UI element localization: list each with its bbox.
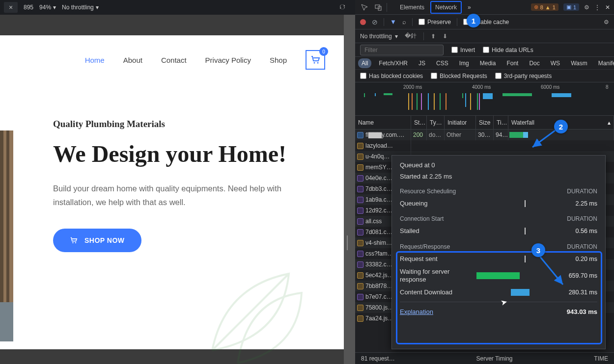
annotation-badge-3: 3 — [531, 243, 545, 257]
invert-checkbox[interactable]: Invert — [451, 47, 475, 53]
nav-home[interactable]: Home — [85, 56, 105, 64]
chip-doc[interactable]: Doc — [526, 58, 543, 68]
chip-css[interactable]: CSS — [433, 58, 452, 68]
shop-now-button[interactable]: SHOP NOW — [53, 229, 141, 252]
more-tabs-icon[interactable]: » — [465, 4, 474, 11]
thirdparty-checkbox[interactable]: 3rd-party requests — [495, 73, 552, 79]
search-icon[interactable]: ⌕ — [402, 18, 406, 26]
cart-icon — [70, 237, 78, 244]
close-tab-icon[interactable]: × — [4, 2, 18, 13]
explanation-link[interactable]: Explanation — [400, 308, 433, 315]
cart-count-badge: 0 — [319, 47, 328, 56]
nav-contact[interactable]: Contact — [161, 56, 187, 64]
col-initiator[interactable]: Initiator — [445, 116, 476, 129]
nav-shop[interactable]: Shop — [270, 56, 287, 64]
chip-fetch[interactable]: Fetch/XHR — [375, 58, 411, 68]
close-devtools-icon[interactable]: ✕ — [605, 4, 610, 11]
network-table-header: Name St… Ty… Initiator Size Ti… Waterfal… — [355, 116, 614, 130]
filter-input[interactable] — [360, 45, 444, 55]
chip-wasm[interactable]: Wasm — [567, 58, 591, 68]
type-filter-row: All Fetch/XHR JS CSS Img Media Font Doc … — [355, 57, 614, 70]
svg-point-2 — [72, 242, 73, 243]
time-label: TIME — [594, 355, 608, 362]
throttle-select[interactable]: No throttling▾ — [62, 4, 99, 11]
total-time: 943.03 ms — [567, 308, 597, 315]
started-text: Started at 2.25 ms — [400, 173, 452, 180]
website-page: Home About Contact Privacy Policy Shop 0 — [0, 35, 344, 349]
pane-resize-handle[interactable] — [347, 235, 350, 250]
page-preview-pane: × 895 94%▾ No throttling▾ Home About Con… — [0, 0, 355, 364]
blocked-requests-checkbox[interactable]: Blocked Requests — [431, 73, 487, 79]
upload-har-icon[interactable]: ⬆ — [431, 33, 436, 40]
clear-icon[interactable]: ⊘ — [372, 18, 378, 26]
rotate-icon[interactable] — [338, 3, 346, 12]
hero-section: Quality Plumbing Materials We Design you… — [0, 77, 344, 351]
chip-font[interactable]: Font — [503, 58, 522, 68]
network-footer: 81 request… Server Timing TIME — [355, 352, 614, 364]
chip-img[interactable]: Img — [456, 58, 473, 68]
site-nav: Home About Contact Privacy Policy Shop 0 — [0, 35, 344, 77]
tab-elements[interactable]: Elements — [395, 1, 429, 14]
chip-all[interactable]: All — [358, 58, 371, 68]
cart-icon — [310, 55, 320, 64]
tab-network[interactable]: Network — [430, 1, 462, 14]
col-status[interactable]: St… — [411, 116, 427, 129]
viewport-width[interactable]: 895 — [24, 4, 33, 11]
chip-media[interactable]: Media — [476, 58, 500, 68]
annotation-badge-1: 1 — [467, 14, 480, 27]
nav-privacy[interactable]: Privacy Policy — [205, 56, 251, 64]
table-row[interactable]: lazyload… — [355, 140, 614, 151]
network-settings-icon[interactable]: ⚙ — [604, 19, 609, 26]
chip-manifest[interactable]: Manifest — [595, 58, 614, 68]
network-conditions-icon[interactable]: �針 — [405, 32, 417, 40]
network-toolbar: ⊘ ▼ ⌕ Preserve Disable cache ⚙ — [355, 15, 614, 29]
preserve-log-checkbox[interactable]: Preserve — [419, 19, 451, 26]
record-icon[interactable] — [360, 19, 366, 25]
network-overview[interactable]: 2000 ms 4000 ms 6000 ms 8 — [355, 82, 614, 116]
server-timing-label: Server Timing — [476, 355, 513, 362]
inspect-icon[interactable] — [359, 2, 370, 13]
chip-js[interactable]: JS — [415, 58, 429, 68]
hero-copy: Quality Plumbing Materials We Design you… — [53, 119, 308, 252]
responsive-toolbar: × 895 94%▾ No throttling▾ — [0, 0, 355, 15]
cart-button[interactable]: 0 — [306, 50, 325, 70]
throttle-row: No throttling ▾ �針 ⬆ ⬇ — [355, 29, 614, 43]
hero-image-strip — [0, 130, 13, 307]
col-time[interactable]: Ti… — [494, 116, 508, 129]
hero-headline: We Design your Home! — [53, 139, 308, 169]
request-count: 81 request… — [361, 355, 395, 362]
nav-about[interactable]: About — [123, 56, 142, 64]
more-icon[interactable]: ⋮ — [594, 4, 600, 11]
download-har-icon[interactable]: ⬇ — [443, 33, 447, 40]
svg-point-3 — [75, 242, 76, 243]
zoom-select[interactable]: 94%▾ — [39, 4, 56, 11]
leaf-decoration-icon — [182, 248, 319, 364]
table-row[interactable]: fl▇▇▇y.com.…200do…Other30…94… — [355, 130, 614, 140]
hide-dataurls-checkbox[interactable]: Hide data URLs — [483, 47, 533, 53]
filter-row: Invert Hide data URLs — [355, 43, 614, 57]
blocked-cookies-checkbox[interactable]: Has blocked cookies — [360, 73, 423, 79]
annotation-badge-2: 2 — [554, 120, 568, 133]
chip-ws[interactable]: WS — [547, 58, 563, 68]
hero-floor-strip — [0, 302, 13, 341]
settings-icon[interactable]: ⚙ — [584, 4, 589, 11]
col-size[interactable]: Size — [476, 116, 494, 129]
col-type[interactable]: Ty… — [427, 116, 445, 129]
throttle-dropdown[interactable]: No throttling ▾ — [360, 33, 398, 40]
rendered-page-viewport: Home About Contact Privacy Policy Shop 0 — [0, 15, 344, 364]
col-name[interactable]: Name — [355, 116, 411, 129]
svg-point-1 — [317, 62, 319, 64]
hero-eyebrow: Quality Plumbing Materials — [53, 119, 308, 130]
message-count-badge[interactable]: ▣1 — [563, 3, 579, 11]
devtools-tab-bar: Elements Network » ⊗8▲1 ▣1 ⚙ ⋮ ✕ — [355, 0, 614, 15]
device-toggle-icon[interactable] — [373, 2, 384, 13]
hero-subtext: Build your dream home with quality equip… — [53, 182, 289, 209]
filter-toggle-icon[interactable]: ▼ — [390, 18, 396, 26]
svg-point-0 — [314, 62, 315, 64]
queued-text: Queued at 0 — [400, 161, 435, 169]
timing-breakdown-popup: Queued at 0 Started at 2.25 ms Resource … — [391, 155, 606, 349]
extra-filter-row: Has blocked cookies Blocked Requests 3rd… — [355, 70, 614, 82]
error-count-badge[interactable]: ⊗8▲1 — [531, 3, 558, 11]
